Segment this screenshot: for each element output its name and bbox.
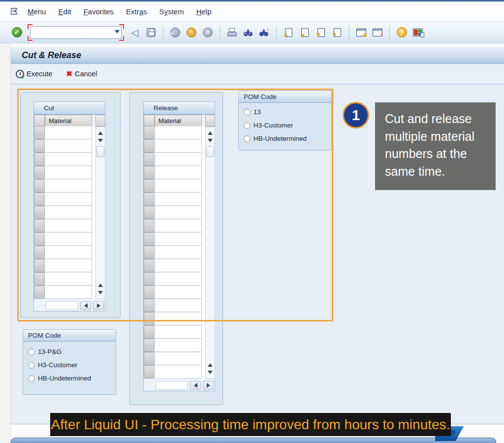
material-input-cell[interactable] bbox=[155, 259, 202, 272]
material-input-cell[interactable] bbox=[45, 139, 92, 153]
next-page-icon[interactable]: ▼ bbox=[315, 27, 327, 38]
menu-item-favorites[interactable]: Favorites bbox=[83, 7, 114, 16]
row-select-button[interactable] bbox=[144, 219, 155, 232]
new-session-icon[interactable]: ✱ bbox=[355, 27, 367, 38]
material-input-cell[interactable] bbox=[45, 272, 92, 285]
material-input-cell[interactable] bbox=[45, 246, 92, 259]
radio-option-hb-undetermined[interactable]: HB-Undetermined bbox=[23, 372, 116, 385]
row-select-button[interactable] bbox=[144, 285, 155, 299]
row-select-button[interactable] bbox=[144, 365, 155, 379]
scroll-up-button[interactable] bbox=[96, 282, 104, 289]
previous-page-icon[interactable]: ▲ bbox=[299, 27, 311, 38]
scrollbar-corner-button[interactable] bbox=[95, 115, 105, 127]
material-input-cell[interactable] bbox=[45, 285, 92, 299]
row-select-button[interactable] bbox=[144, 325, 155, 339]
scrollbar-corner-button[interactable] bbox=[205, 115, 215, 127]
scroll-up-button[interactable] bbox=[206, 129, 214, 137]
material-input-cell[interactable] bbox=[45, 232, 92, 246]
material-input-cell[interactable] bbox=[155, 179, 202, 192]
hscroll-track[interactable] bbox=[156, 381, 188, 390]
row-select-button[interactable] bbox=[144, 192, 155, 206]
scroll-left-button[interactable] bbox=[190, 381, 201, 390]
material-input-cell[interactable] bbox=[45, 219, 92, 232]
radio-option-hb-undetermined[interactable]: HB-Undetermined bbox=[239, 132, 331, 145]
row-select-button[interactable] bbox=[144, 339, 155, 352]
material-input-cell[interactable] bbox=[45, 126, 92, 139]
row-select-button[interactable] bbox=[34, 153, 45, 166]
row-select-button[interactable] bbox=[34, 246, 45, 259]
material-input-cell[interactable] bbox=[155, 192, 202, 206]
material-input-cell[interactable] bbox=[45, 206, 92, 219]
command-field-dropdown-icon[interactable] bbox=[115, 30, 120, 33]
menu-item-menu[interactable]: Menu bbox=[28, 7, 46, 16]
radio-option-h3-customer[interactable]: H3-Customer bbox=[239, 119, 331, 132]
material-input-cell[interactable] bbox=[155, 166, 202, 179]
row-select-button[interactable] bbox=[34, 219, 45, 232]
material-input-cell[interactable] bbox=[155, 126, 202, 139]
vertical-scrollbar[interactable] bbox=[95, 127, 105, 299]
row-select-button[interactable] bbox=[144, 206, 155, 219]
material-input-cell[interactable] bbox=[155, 272, 202, 285]
scroll-up-button[interactable] bbox=[96, 129, 104, 137]
material-column-header[interactable]: Material bbox=[155, 115, 202, 127]
menu-item-system[interactable]: System bbox=[159, 7, 184, 16]
material-input-cell[interactable] bbox=[45, 179, 92, 192]
vertical-scrollbar[interactable] bbox=[205, 127, 215, 379]
material-input-cell[interactable] bbox=[45, 153, 92, 166]
hscroll-track[interactable] bbox=[46, 301, 78, 310]
row-select-button[interactable] bbox=[144, 352, 155, 365]
find-next-icon[interactable] bbox=[258, 27, 270, 38]
row-select-button[interactable] bbox=[144, 153, 155, 166]
material-input-cell[interactable] bbox=[155, 365, 202, 379]
material-input-cell[interactable] bbox=[155, 352, 202, 365]
row-select-button[interactable] bbox=[34, 272, 45, 285]
scroll-right-button[interactable] bbox=[93, 301, 104, 310]
save-icon[interactable] bbox=[145, 27, 157, 38]
execute-button[interactable]: Execute bbox=[16, 70, 52, 78]
row-select-button[interactable] bbox=[34, 232, 45, 246]
material-input-cell[interactable] bbox=[45, 166, 92, 179]
row-select-button[interactable] bbox=[144, 246, 155, 259]
row-select-button[interactable] bbox=[34, 179, 45, 192]
select-all-button[interactable] bbox=[144, 115, 155, 127]
scroll-down-button[interactable] bbox=[96, 137, 104, 144]
radio-option-13-pg[interactable]: 13-P&G bbox=[23, 345, 116, 358]
material-input-cell[interactable] bbox=[155, 232, 202, 246]
menu-item-edit[interactable]: Edit bbox=[59, 7, 71, 16]
row-select-button[interactable] bbox=[34, 139, 45, 153]
material-input-cell[interactable] bbox=[155, 206, 202, 219]
horizontal-scrollbar[interactable] bbox=[144, 380, 215, 390]
material-input-cell[interactable] bbox=[45, 192, 92, 206]
material-input-cell[interactable] bbox=[155, 285, 202, 299]
scroll-down-button[interactable] bbox=[206, 137, 214, 144]
row-select-button[interactable] bbox=[34, 192, 45, 206]
row-select-button[interactable] bbox=[144, 299, 155, 312]
scroll-right-button[interactable] bbox=[203, 381, 214, 390]
horizontal-scrollbar[interactable] bbox=[34, 301, 105, 311]
row-select-button[interactable] bbox=[34, 166, 45, 179]
row-select-button[interactable] bbox=[144, 166, 155, 179]
material-input-cell[interactable] bbox=[155, 299, 202, 312]
radio-option-13[interactable]: 13 bbox=[239, 105, 331, 119]
scrollbar-thumb[interactable] bbox=[96, 146, 104, 157]
last-page-icon[interactable]: ▼ bbox=[331, 27, 343, 38]
select-all-button[interactable] bbox=[34, 115, 45, 127]
exit-icon[interactable]: ↑ bbox=[186, 27, 197, 38]
menu-exit-icon[interactable] bbox=[10, 7, 20, 15]
cancel-button[interactable]: ✖ Cancel bbox=[66, 69, 97, 78]
material-input-cell[interactable] bbox=[155, 219, 202, 232]
row-select-button[interactable] bbox=[144, 259, 155, 272]
menu-item-extras[interactable]: Extras bbox=[126, 7, 147, 16]
material-input-cell[interactable] bbox=[155, 153, 202, 166]
command-field[interactable] bbox=[30, 26, 122, 39]
create-shortcut-icon[interactable]: ↗ bbox=[372, 27, 383, 38]
scrollbar-thumb[interactable] bbox=[206, 146, 214, 157]
scroll-down-button[interactable] bbox=[206, 369, 214, 376]
material-input-cell[interactable] bbox=[155, 139, 202, 153]
row-select-button[interactable] bbox=[34, 206, 45, 219]
scroll-up-button[interactable] bbox=[206, 361, 214, 369]
customize-layout-icon[interactable] bbox=[412, 27, 424, 38]
row-select-button[interactable] bbox=[34, 285, 45, 299]
material-input-cell[interactable] bbox=[155, 339, 202, 352]
row-select-button[interactable] bbox=[34, 126, 45, 139]
